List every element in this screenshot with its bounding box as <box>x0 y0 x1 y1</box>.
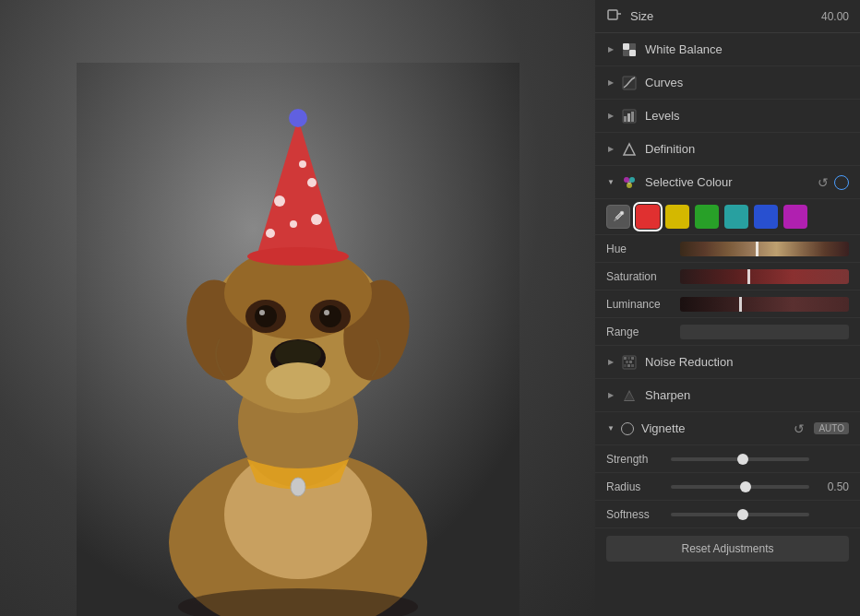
levels-row[interactable]: Levels <box>595 100 860 133</box>
sharpen-row[interactable]: Sharpen <box>595 379 860 412</box>
noise-reduction-row[interactable]: Noise Reduction <box>595 346 860 379</box>
swatch-blue[interactable] <box>754 205 778 229</box>
noise-reduction-label: Noise Reduction <box>645 355 849 369</box>
swatch-green[interactable] <box>695 205 719 229</box>
svg-rect-50 <box>629 361 632 363</box>
definition-icon <box>621 141 638 158</box>
radius-slider[interactable] <box>671 485 809 489</box>
svg-point-22 <box>266 229 275 238</box>
sharpen-icon <box>621 387 638 404</box>
white-balance-row[interactable]: White Balance <box>595 33 860 66</box>
svg-rect-49 <box>626 361 628 363</box>
svg-rect-28 <box>608 10 617 19</box>
photo-area <box>0 0 595 616</box>
radius-value: 0.50 <box>817 480 849 493</box>
curves-icon <box>621 75 638 91</box>
size-row[interactable]: Size 40.00 <box>595 0 860 33</box>
luminance-slider[interactable] <box>680 297 849 312</box>
swatch-magenta[interactable] <box>783 205 807 229</box>
svg-point-23 <box>299 160 306 168</box>
hue-row: Hue <box>595 235 860 263</box>
levels-chevron <box>606 112 615 121</box>
noise-reduction-chevron <box>606 358 615 367</box>
softness-row: Softness <box>595 501 860 528</box>
svg-point-12 <box>319 305 341 327</box>
sharpen-label: Sharpen <box>645 388 849 402</box>
vignette-chevron <box>606 424 615 433</box>
range-label: Range <box>606 326 680 338</box>
selective-colour-header[interactable]: Selective Colour ↺ <box>595 166 860 199</box>
svg-rect-53 <box>631 364 634 367</box>
svg-point-43 <box>627 181 631 184</box>
svg-point-9 <box>255 305 277 327</box>
curves-row[interactable]: Curves <box>595 66 860 100</box>
eyedropper-button[interactable] <box>606 205 630 229</box>
svg-rect-37 <box>627 113 630 122</box>
softness-slider[interactable] <box>671 513 809 516</box>
svg-rect-38 <box>631 112 634 122</box>
vignette-reset[interactable]: ↺ <box>794 421 805 436</box>
selective-colour-reset[interactable]: ↺ <box>818 175 829 190</box>
selective-colour-icon <box>621 174 638 191</box>
size-label: Size <box>630 9 821 23</box>
selective-colour-toggle[interactable] <box>834 175 849 190</box>
vignette-header[interactable]: Vignette ↺ AUTO <box>595 412 860 445</box>
svg-rect-48 <box>631 357 634 360</box>
curves-chevron <box>606 78 615 88</box>
svg-marker-39 <box>624 144 635 155</box>
brush-icon <box>606 8 623 25</box>
hue-slider[interactable] <box>680 242 849 256</box>
luminance-label: Luminance <box>606 298 680 311</box>
vignette-label: Vignette <box>641 421 794 435</box>
swatches-row <box>595 199 860 235</box>
saturation-slider[interactable] <box>680 269 849 284</box>
selective-colour-chevron <box>606 178 615 187</box>
levels-label: Levels <box>645 109 849 123</box>
svg-point-44 <box>620 211 624 215</box>
dog-photo <box>77 63 520 616</box>
hue-label: Hue <box>606 243 680 255</box>
svg-point-19 <box>307 178 317 187</box>
svg-point-16 <box>266 362 330 399</box>
curves-label: Curves <box>645 76 849 89</box>
radius-label: Radius <box>606 480 671 493</box>
noise-reduction-icon <box>621 354 638 371</box>
svg-marker-55 <box>625 392 634 400</box>
svg-point-21 <box>311 214 322 225</box>
selective-colour-label: Selective Colour <box>645 175 818 189</box>
swatch-cyan[interactable] <box>724 205 748 229</box>
white-balance-icon <box>621 41 638 58</box>
definition-row[interactable]: Definition <box>595 133 860 166</box>
svg-point-18 <box>274 195 285 207</box>
svg-rect-46 <box>624 357 627 360</box>
definition-chevron <box>606 145 615 154</box>
svg-rect-52 <box>627 364 630 367</box>
white-balance-chevron <box>606 45 615 54</box>
swatch-red[interactable] <box>636 205 660 229</box>
definition-label: Definition <box>645 142 849 156</box>
range-slider[interactable] <box>680 325 849 339</box>
selective-colour-actions: ↺ <box>818 175 849 190</box>
svg-point-25 <box>289 109 307 127</box>
svg-point-20 <box>290 220 297 228</box>
right-panel: Size 40.00 White Balance Curves <box>595 0 860 616</box>
svg-point-24 <box>247 247 349 266</box>
strength-label: Strength <box>606 453 671 466</box>
strength-slider[interactable] <box>671 457 809 461</box>
svg-rect-36 <box>624 116 627 122</box>
reset-adjustments-button[interactable]: Reset Adjustments <box>606 536 849 562</box>
svg-rect-33 <box>629 50 636 56</box>
range-row: Range <box>595 318 860 346</box>
svg-rect-47 <box>627 357 630 360</box>
softness-label: Softness <box>606 508 671 521</box>
vignette-auto-badge: AUTO <box>814 422 849 434</box>
vignette-actions: ↺ AUTO <box>794 421 849 436</box>
swatch-yellow[interactable] <box>665 205 689 229</box>
svg-rect-30 <box>623 43 629 50</box>
vignette-icon <box>621 422 634 435</box>
svg-point-10 <box>259 310 265 315</box>
size-value: 40.00 <box>821 10 849 23</box>
svg-point-13 <box>324 310 329 315</box>
luminance-row: Luminance <box>595 290 860 318</box>
svg-rect-31 <box>629 43 636 50</box>
